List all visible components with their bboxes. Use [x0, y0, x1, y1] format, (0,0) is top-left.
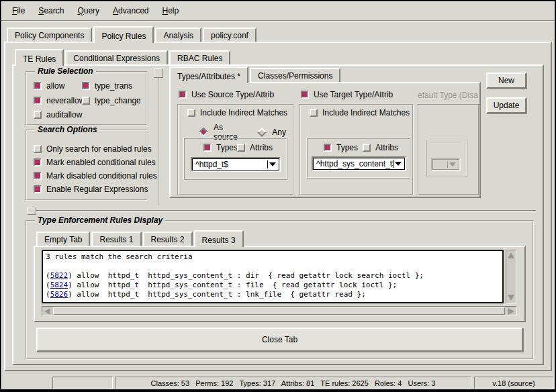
radio-any[interactable]: Any [257, 128, 286, 137]
source-types-frame: Types Attribs ^httpd_t$ [183, 138, 287, 180]
apol-window: FileSearchQueryAdvancedHelp Policy Compo… [0, 0, 556, 392]
results-hscrollbar[interactable] [42, 306, 517, 316]
target-indirect-checkbox[interactable]: Include Indirect Matches [310, 108, 410, 117]
tab-conditional-expressions[interactable]: Conditional Expressions [65, 50, 168, 64]
checkbox-indicator [34, 145, 42, 153]
menu-query[interactable]: Query [71, 1, 106, 19]
option-mark-enabled-conditional-rules-checkbox[interactable]: Mark enabled conditional rules [34, 158, 156, 167]
hscroll-thumb[interactable] [53, 307, 505, 315]
results-vscrollbar[interactable] [506, 250, 516, 303]
source-combo-arrow-icon[interactable] [267, 160, 277, 168]
rule-id-link[interactable]: 5826 [50, 290, 68, 299]
horizontal-sash [36, 210, 536, 211]
rule-id-link[interactable]: 5824 [50, 281, 68, 289]
scroll-right-icon[interactable] [507, 307, 516, 315]
option-enable-regular-expressions-checkbox[interactable]: Enable Regular Expressions [34, 185, 148, 194]
source-attribs-checkbox[interactable]: Attribs [237, 143, 273, 152]
te-tab-bar: TE RulesConditional ExpressionsRBAC Rule… [15, 49, 232, 64]
status-version-panel: v.18 (source) [474, 377, 553, 389]
rule-line: (5826) allow httpd_t httpd_sys_content_t… [46, 290, 502, 299]
rule-auditallow-checkbox[interactable]: auditallow [34, 110, 82, 119]
source-types-checkbox[interactable]: Types [203, 143, 238, 152]
source-type-value[interactable]: ^httpd_t$ [192, 158, 279, 170]
checkbox-label: Enable Regular Expressions [46, 185, 148, 194]
target-type-combobox[interactable]: ^httpd_sys_content_t$ [312, 156, 406, 171]
menu-search[interactable]: Search [32, 1, 71, 19]
results-summary: 3 rules match the search criteria [46, 252, 502, 262]
default-combo-arrow-icon [447, 161, 457, 168]
tab-results-2[interactable]: Results 2 [143, 232, 193, 246]
option-only-search-for-enabled-rules-checkbox[interactable]: Only search for enabled rules [34, 144, 152, 154]
tab-policy-conf[interactable]: policy.conf [203, 28, 257, 42]
results-title: Type Enforcement Rules Display [35, 215, 165, 225]
close-tab-button[interactable]: Close Tab [36, 328, 523, 352]
use-source-checkbox[interactable]: Use Source Type/Attrib [179, 90, 274, 99]
rule-allow-checkbox[interactable]: allow [34, 81, 64, 91]
criteria-tab-bar: Types/Attributes *Classes/Permissions [169, 66, 342, 82]
main-notebook-body: TE RulesConditional ExpressionsRBAC Rule… [4, 42, 552, 371]
results-textarea[interactable]: 3 rules match the search criteria (5822)… [42, 250, 504, 303]
vertical-sash [158, 68, 159, 205]
option-mark-disabled-conditional-rules-checkbox[interactable]: Mark disabled conditional rules [34, 171, 157, 181]
tab-results-1[interactable]: Results 1 [91, 232, 141, 246]
source-indirect-checkbox[interactable]: Include Indirect Matches [187, 108, 287, 117]
tab-types-attributes[interactable]: Types/Attributes * [169, 66, 248, 83]
results-tab-bar: Empty TabResults 1Results 2Results 3 [36, 230, 245, 246]
checkbox-label: allow [46, 81, 64, 91]
source-types-indicator [203, 144, 212, 152]
checkbox-indicator [34, 172, 42, 180]
te-rules-body: Rule Selection allowtype_transneverallow… [12, 64, 544, 365]
tab-classes-permissions[interactable]: Classes/Permissions [250, 68, 340, 82]
scroll-up-icon[interactable] [507, 251, 515, 260]
checkbox-indicator [34, 158, 42, 166]
target-attribs-checkbox[interactable]: Attribs [363, 143, 398, 152]
vertical-sash-handle[interactable] [154, 68, 163, 78]
scroll-down-icon[interactable] [507, 293, 515, 302]
use-source-indicator [179, 91, 187, 99]
menu-bar: FileSearchQueryAdvancedHelp [1, 1, 555, 21]
default-type-inner-frame [426, 139, 467, 177]
rule-id-link[interactable]: 5822 [50, 271, 68, 280]
new-button[interactable]: New [486, 72, 526, 89]
radio-label: Any [272, 128, 286, 137]
rule-selection-frame: Rule Selection allowtype_transneverallow… [26, 71, 147, 126]
checkbox-label: type_change [95, 96, 141, 105]
search-options-title: Search Options [35, 125, 100, 134]
checkbox-label: Only search for enabled rules [46, 144, 152, 154]
scroll-left-icon[interactable] [43, 307, 52, 315]
status-stats-panel: Classes: 53 Perms: 192 Types: 317 Attrib… [115, 377, 471, 389]
menu-help[interactable]: Help [155, 1, 185, 19]
tab-policy-rules[interactable]: Policy Rules [93, 26, 154, 43]
tab-empty-tab[interactable]: Empty Tab [36, 232, 90, 246]
source-type-combobox[interactable]: ^httpd_t$ [191, 157, 281, 172]
tab-policy-components[interactable]: Policy Components [7, 28, 92, 42]
target-attribs-label: Attribs [375, 143, 398, 152]
menu-file[interactable]: File [5, 1, 32, 19]
checkbox-label: Mark enabled conditional rules [46, 158, 156, 167]
checkbox-label: neverallow [46, 96, 85, 105]
source-frame: Include Indirect Matches As sourceAny Ty… [177, 104, 294, 195]
tab-te-rules[interactable]: TE Rules [15, 49, 64, 66]
use-target-checkbox[interactable]: Use Target Type/Attrib [301, 90, 393, 99]
target-types-checkbox[interactable]: Types [324, 143, 358, 152]
target-type-value[interactable]: ^httpd_sys_content_t$ [313, 158, 405, 170]
checkbox-indicator [34, 185, 42, 193]
update-button[interactable]: Update [486, 97, 526, 113]
horizontal-sash-handle[interactable] [27, 207, 36, 215]
rule-type-trans-checkbox[interactable]: type_trans [82, 81, 132, 91]
criteria-body: Use Source Type/Attrib Include Indirect … [169, 82, 481, 198]
rule-type-change-checkbox[interactable]: type_change [82, 96, 141, 105]
radio-indicator [257, 128, 267, 137]
rule-neverallow-checkbox[interactable]: neverallow [34, 96, 85, 105]
search-options-frame: Search Options Only search for enabled r… [26, 130, 147, 201]
tab-results-3[interactable]: Results 3 [194, 230, 244, 247]
target-combo-arrow-icon[interactable] [393, 160, 403, 168]
checkbox-indicator [34, 82, 42, 90]
source-indirect-label: Include Indirect Matches [200, 108, 287, 117]
tab-analysis[interactable]: Analysis [155, 28, 201, 42]
tab-rbac-rules[interactable]: RBAC Rules [169, 50, 230, 64]
menu-advanced[interactable]: Advanced [106, 1, 155, 19]
target-indirect-label: Include Indirect Matches [322, 108, 410, 117]
rule-line: (5824) allow httpd_t httpd_sys_content_t… [46, 281, 502, 290]
blank-line [46, 262, 502, 271]
